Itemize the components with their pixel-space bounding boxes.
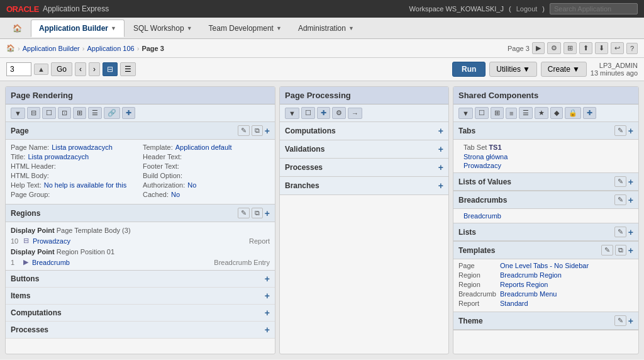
back-button[interactable]: ↩ (611, 42, 624, 54)
processes-add-button[interactable]: + (265, 325, 270, 335)
templates-edit-button[interactable]: ✎ (601, 245, 613, 256)
templates-add-button[interactable]: + (628, 245, 633, 256)
logout-link[interactable]: Logout (516, 5, 538, 13)
sc-toolbar-lock[interactable]: 🔒 (565, 107, 581, 119)
prop-cell-6b: Cached: No (143, 191, 270, 198)
sc-toolbar-star[interactable]: ★ (535, 107, 548, 119)
nav-sql-workshop[interactable]: SQL Workshop ▼ (126, 20, 200, 37)
processes-section-left[interactable]: Processes + (6, 322, 275, 339)
sc-toolbar-list[interactable]: ☰ (519, 107, 533, 119)
template-value-region1[interactable]: Breadcrumb Region (500, 271, 562, 279)
template-value-region2[interactable]: Reports Region (500, 281, 548, 288)
lov-edit-button[interactable]: ✎ (614, 176, 626, 187)
pp-toolbar-plus-circle[interactable]: ✚ (317, 107, 330, 119)
region-link-breadcrumb[interactable]: Breadcrumb (32, 259, 70, 266)
nav-administration[interactable]: Administration ▼ (291, 20, 362, 37)
pr-toolbar-grid[interactable]: ⊟ (27, 107, 40, 119)
page-edit-button[interactable]: ✎ (238, 125, 250, 136)
pr-toolbar-anchor[interactable]: ⊞ (73, 107, 86, 119)
items-add-button[interactable]: + (265, 291, 270, 301)
pr-toolbar-plus[interactable]: ✚ (122, 107, 135, 119)
computations-mid-add[interactable]: + (438, 126, 443, 136)
template-value-breadcrumb[interactable]: Breadcrumb Menu (500, 290, 557, 298)
pr-toolbar-tag[interactable]: ⊡ (58, 107, 71, 119)
lists-add-button[interactable]: + (628, 227, 633, 237)
search-input[interactable] (550, 3, 638, 14)
prop-value-title[interactable]: Lista prowadzacych (28, 153, 89, 160)
region-link-prowadzacy[interactable]: Prowadzacy (33, 237, 70, 245)
buttons-section[interactable]: Buttons + (6, 271, 275, 288)
breadcrumb-app-builder[interactable]: Application Builder (23, 45, 80, 52)
prev-page-button[interactable]: ‹ (75, 62, 86, 76)
list-view-button[interactable]: ☰ (120, 62, 136, 76)
download-button[interactable]: ⬇ (595, 42, 608, 54)
computations-section-left[interactable]: Computations + (6, 305, 275, 322)
items-section[interactable]: Items + (6, 288, 275, 305)
go-button[interactable]: Go (51, 62, 72, 76)
pp-toolbar-box[interactable]: ☐ (301, 107, 315, 119)
sc-toolbar-plus[interactable]: ✚ (583, 107, 596, 119)
breadcrumbs-add-button[interactable]: + (628, 194, 633, 205)
play-button[interactable]: ▶ (532, 42, 545, 54)
page-up-button[interactable]: ▲ (34, 64, 48, 75)
nav-app-builder[interactable]: Application Builder ▼ (31, 20, 125, 37)
nav-team-dev[interactable]: Team Development ▼ (201, 20, 289, 37)
regions-edit-button[interactable]: ✎ (238, 208, 250, 218)
nav-home[interactable]: 🏠 (5, 20, 30, 37)
lov-add-button[interactable]: + (628, 176, 633, 187)
templates-copy-button[interactable]: ⧉ (615, 245, 626, 256)
prop-value-authorization[interactable]: No (187, 181, 196, 189)
breadcrumb-link[interactable]: Breadcrumb (458, 211, 633, 220)
regions-copy-button[interactable]: ⧉ (252, 208, 263, 218)
run-button[interactable]: Run (452, 62, 486, 77)
tab-link-prowadzacy[interactable]: Prowadzacy (458, 161, 633, 170)
grid-button[interactable]: ⊞ (564, 42, 577, 54)
pp-toolbar-arrow[interactable]: → (348, 108, 362, 119)
home-bc-icon[interactable]: 🏠 (6, 44, 15, 52)
lists-edit-button[interactable]: ✎ (614, 227, 626, 237)
sc-toolbar-code[interactable]: ≡ (506, 108, 517, 119)
page-add-button[interactable]: + (265, 125, 270, 136)
template-value-page[interactable]: One Level Tabs - No Sidebar (500, 262, 589, 269)
tab-link-strona[interactable]: Strona główna (458, 152, 633, 161)
tabs-add-button[interactable]: + (628, 125, 633, 136)
upload-button[interactable]: ⬆ (579, 42, 592, 54)
create-button[interactable]: Create ▼ (541, 62, 587, 77)
pr-toolbar-dropdown[interactable]: ▼ (11, 108, 25, 119)
utilities-button[interactable]: Utilities ▼ (489, 62, 537, 77)
sc-toolbar-table[interactable]: ⊞ (491, 107, 504, 119)
buttons-add-button[interactable]: + (265, 274, 270, 284)
help-button[interactable]: ? (626, 43, 638, 54)
regions-content: Display Point Page Template Body (3) 10 … (6, 222, 275, 270)
page-number-input[interactable] (6, 62, 31, 76)
gear-button[interactable]: ⚙ (547, 42, 561, 54)
template-value-report[interactable]: Standard (500, 300, 528, 307)
sc-toolbar-gem[interactable]: ◆ (550, 107, 563, 119)
validations-add[interactable]: + (438, 144, 443, 154)
computations-add-button[interactable]: + (265, 308, 270, 318)
pr-toolbar-box[interactable]: ☐ (42, 107, 56, 119)
tabs-edit-button[interactable]: ✎ (614, 125, 626, 136)
breadcrumb-application[interactable]: Application 106 (87, 45, 134, 52)
processes-add[interactable]: + (438, 162, 443, 172)
prop-value-template[interactable]: Application default (175, 143, 232, 151)
prop-value-cached[interactable]: No (171, 191, 180, 198)
home-icon: 🏠 (13, 24, 22, 33)
prop-value-help[interactable]: No help is available for this (44, 181, 126, 189)
create-label: Create (548, 65, 570, 74)
next-page-button[interactable]: › (89, 62, 100, 76)
theme-add-button[interactable]: + (628, 315, 633, 326)
branches-add[interactable]: + (438, 181, 443, 191)
pp-toolbar-dropdown[interactable]: ▼ (285, 108, 299, 119)
grid-view-button[interactable]: ⊟ (103, 62, 118, 76)
pr-toolbar-file[interactable]: ☰ (88, 107, 102, 119)
theme-edit-button[interactable]: ✎ (614, 315, 626, 326)
sc-toolbar-box[interactable]: ☐ (475, 107, 489, 119)
page-copy-button[interactable]: ⧉ (252, 125, 263, 136)
regions-add-button[interactable]: + (265, 208, 270, 218)
pp-toolbar-gear[interactable]: ⚙ (332, 107, 346, 119)
breadcrumbs-edit-button[interactable]: ✎ (614, 194, 626, 205)
sc-toolbar-dropdown[interactable]: ▼ (458, 108, 473, 119)
pr-toolbar-link[interactable]: 🔗 (104, 107, 120, 119)
prop-value-name[interactable]: Lista prowadzacych (52, 143, 113, 151)
